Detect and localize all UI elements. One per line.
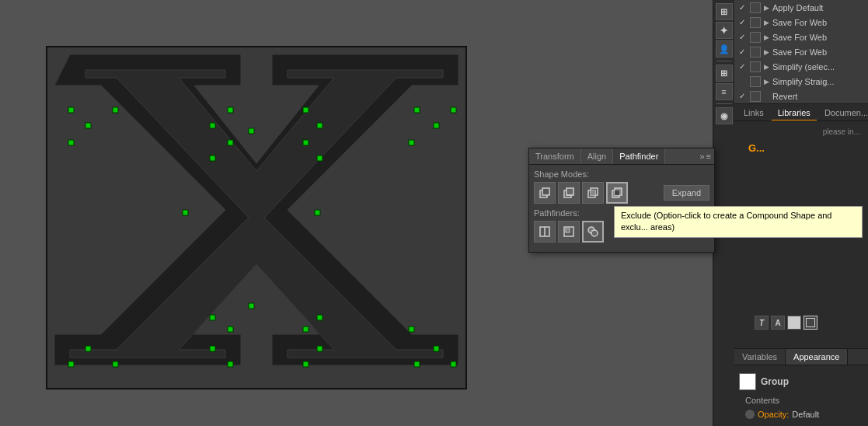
menu-icon-box <box>750 61 761 72</box>
svg-rect-25 <box>85 346 91 351</box>
menu-icon-box <box>750 76 761 87</box>
svg-rect-30 <box>317 123 322 128</box>
exclude-button[interactable] <box>606 182 628 204</box>
menu-icon-box <box>750 2 761 13</box>
menu-item-save-web-3[interactable]: ✓ ▶ Save For Web <box>734 44 868 59</box>
svg-rect-37 <box>542 188 549 195</box>
appearance-section: Variables Appearance Group Contents Opac… <box>734 348 868 426</box>
grid2-icon[interactable]: ⊞ <box>716 65 733 82</box>
svg-rect-50 <box>566 229 570 232</box>
opacity-value: Default <box>792 410 819 419</box>
svg-rect-2 <box>68 361 74 367</box>
minus-front-button[interactable] <box>558 182 580 204</box>
menu-label: Apply Default <box>772 3 863 12</box>
svg-rect-11 <box>303 107 309 113</box>
arrow-icon: ▶ <box>764 63 769 71</box>
svg-point-52 <box>591 230 598 236</box>
svg-rect-15 <box>451 361 456 367</box>
a-bold-icon[interactable]: A <box>771 316 785 330</box>
tab-links[interactable]: Links <box>737 106 770 120</box>
group-item: Group <box>739 370 863 393</box>
person-icon[interactable]: 👤 <box>716 40 733 58</box>
svg-rect-17 <box>303 361 309 367</box>
tab-appearance[interactable]: Appearance <box>786 349 848 365</box>
tab-variables[interactable]: Variables <box>734 349 786 365</box>
shape-mode-buttons: Expand <box>534 182 709 204</box>
svg-rect-46 <box>615 190 619 195</box>
unite-button[interactable] <box>534 182 556 204</box>
svg-rect-31 <box>317 155 322 161</box>
tab-align[interactable]: Align <box>581 148 613 164</box>
menu-item-simplify-select[interactable]: ✓ ▶ Simplify (selec... <box>734 59 868 74</box>
divide-button[interactable] <box>534 221 556 243</box>
menu-icon-box <box>750 32 761 43</box>
svg-rect-12 <box>303 140 309 145</box>
svg-rect-28 <box>210 346 215 351</box>
checkmark: ✓ <box>739 18 747 26</box>
menu-item-apply-default[interactable]: ✓ ▶ Apply Default <box>734 0 868 15</box>
arrow-icon: ▶ <box>764 19 769 26</box>
hamburger-icon[interactable]: ≡ <box>716 83 733 100</box>
opacity-icon <box>745 410 755 419</box>
svg-rect-16 <box>414 361 420 367</box>
group-color-swatch <box>739 373 756 390</box>
placeholder-text: please in... <box>737 124 865 139</box>
tab-libraries[interactable]: Libraries <box>772 106 817 120</box>
arrow-icon: ▶ <box>764 78 769 86</box>
svg-rect-34 <box>434 123 439 128</box>
svg-rect-22 <box>183 210 188 215</box>
tab-pathfinder[interactable]: Pathfinder <box>613 148 665 164</box>
grid-icon[interactable]: ⊞ <box>716 3 733 20</box>
intersect-button[interactable] <box>582 182 604 204</box>
menu-item-save-web-2[interactable]: ✓ ▶ Save For Web <box>734 30 868 44</box>
svg-rect-14 <box>451 107 456 113</box>
arrow-icon: ▶ <box>764 93 769 100</box>
svg-rect-9 <box>249 128 254 134</box>
svg-rect-35 <box>434 346 439 351</box>
tab-transform[interactable]: Transform <box>529 148 581 164</box>
menu-label: Save For Web <box>772 18 863 27</box>
panel-options[interactable]: » ≡ <box>696 152 714 161</box>
arrow-icon: ▶ <box>764 33 769 41</box>
menu-label: Simplify (selec... <box>772 62 863 72</box>
svg-rect-20 <box>409 326 414 332</box>
tooltip: Exclude (Option-click to create a Compou… <box>614 206 863 238</box>
svg-rect-6 <box>113 361 118 367</box>
menu-icon: ≡ <box>706 152 711 161</box>
checkmark: ✓ <box>739 47 747 56</box>
expand-button[interactable]: Expand <box>664 185 709 201</box>
checkmark: ✓ <box>739 62 747 71</box>
svg-rect-29 <box>210 315 215 320</box>
svg-rect-5 <box>228 140 233 145</box>
panel-tab-bar: Links Libraries Documen... <box>734 104 868 121</box>
square-icon[interactable] <box>787 316 801 330</box>
svg-rect-4 <box>228 107 233 113</box>
cursor-icon[interactable]: ✦ <box>716 22 733 39</box>
merge-button[interactable] <box>582 221 604 243</box>
t-text-icon[interactable]: T <box>755 316 769 330</box>
svg-rect-27 <box>210 155 215 161</box>
menu-item-simplify-straight[interactable]: ✓ ▶ Simplify Straig... <box>734 74 868 89</box>
svg-rect-3 <box>113 107 118 113</box>
menu-icon-box <box>750 47 761 58</box>
menu-label: Revert <box>772 92 863 101</box>
svg-rect-24 <box>85 123 91 128</box>
svg-rect-32 <box>317 346 322 351</box>
circle-icon[interactable]: ◉ <box>716 107 733 124</box>
pathfinder-header: Transform Align Pathfinder » ≡ <box>529 148 714 165</box>
opacity-row: Opacity: Default <box>739 407 863 421</box>
svg-rect-39 <box>566 188 573 195</box>
svg-rect-33 <box>317 315 322 320</box>
rect-icon[interactable] <box>804 316 817 330</box>
arrow-icon: ▶ <box>764 4 769 12</box>
opacity-label: Opacity: <box>758 410 789 419</box>
tab-document[interactable]: Documen... <box>818 106 868 120</box>
menu-item-revert[interactable]: ✓ ▶ Revert <box>734 89 868 103</box>
appearance-content: Group Contents Opacity: Default <box>734 365 868 426</box>
arrow-icon: ▶ <box>764 48 769 56</box>
menu-item-save-web-1[interactable]: ✓ ▶ Save For Web <box>734 15 868 30</box>
checkmark: ✓ <box>739 92 747 100</box>
svg-rect-23 <box>315 210 320 215</box>
svg-rect-7 <box>228 361 233 367</box>
trim-button[interactable] <box>558 221 580 243</box>
